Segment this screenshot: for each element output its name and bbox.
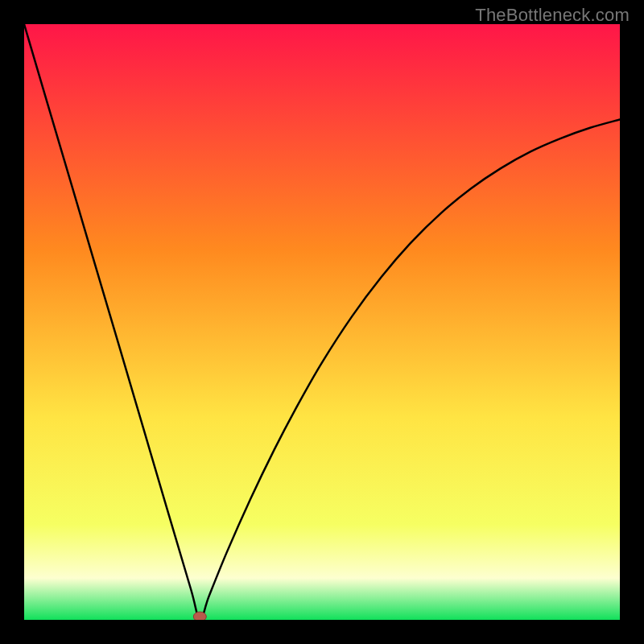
plot-area [24, 24, 620, 620]
minimum-marker [193, 612, 206, 620]
chart-canvas [24, 24, 620, 620]
gradient-background [24, 24, 620, 620]
outer-frame: TheBottleneck.com [0, 0, 644, 644]
watermark-text: TheBottleneck.com [475, 5, 630, 26]
